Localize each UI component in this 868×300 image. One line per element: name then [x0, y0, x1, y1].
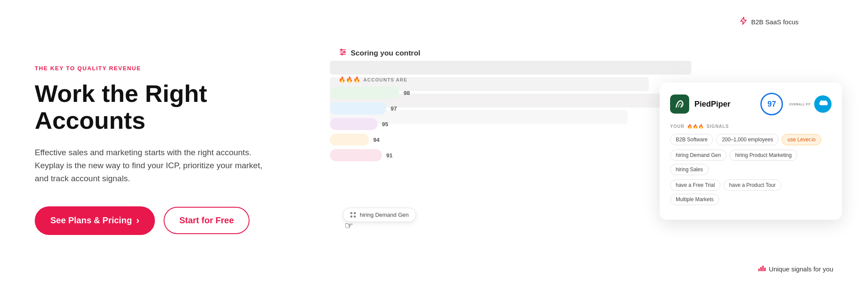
list-item: 98	[330, 87, 477, 99]
card-header: PiedPiper 97 OVERALL FIT	[670, 93, 832, 115]
hiring-dots-icon	[350, 212, 356, 218]
bg-row	[330, 61, 691, 75]
svg-rect-9	[764, 267, 766, 271]
description: Effective sales and marketing starts wit…	[35, 146, 278, 186]
pill	[330, 87, 399, 99]
svg-point-5	[342, 53, 343, 55]
score-circle: 97	[760, 93, 783, 115]
page-wrapper: THE KEY TO QUALITY REVENUE Work the Righ…	[0, 0, 868, 300]
signal-tag: hiring Demand Gen	[670, 150, 727, 161]
signal-tags-row-1: B2B Software 200–1,000 employees use Lev…	[670, 134, 832, 145]
b2b-label: B2B SaaS focus	[751, 18, 799, 26]
hiring-badge-label: hiring Demand Gen	[360, 212, 409, 218]
signals-label: Unique signals for you	[769, 265, 833, 273]
svg-point-4	[344, 51, 345, 52]
scoring-badge: Scoring you control	[339, 48, 421, 59]
start-free-button[interactable]: Start for Free	[164, 207, 250, 234]
signal-tags-row-2: hiring Demand Gen hiring Product Marketi…	[670, 150, 832, 175]
list-item: 94	[330, 134, 477, 146]
svg-rect-6	[758, 269, 760, 271]
signals-section-label: YOUR 🔥🔥🔥 SIGNALS	[670, 124, 832, 129]
account-list: 98 97 95 94 91	[330, 87, 477, 161]
signals-fire: 🔥🔥🔥	[687, 124, 704, 129]
score-number: 97	[767, 100, 776, 108]
svg-point-3	[341, 49, 342, 50]
left-section: THE KEY TO QUALITY REVENUE Work the Righ…	[0, 39, 304, 261]
see-plans-button[interactable]: See Plans & Pricing ›	[35, 206, 155, 235]
hiring-badge: hiring Demand Gen	[343, 208, 416, 222]
company-name-label: PiedPiper	[694, 100, 755, 109]
signal-tag: B2B Software	[670, 134, 713, 145]
headline: Work the Right Accounts	[35, 80, 278, 134]
sliders-icon	[339, 48, 347, 59]
bar-chart-icon	[758, 264, 766, 274]
cursor-icon: ☞	[345, 220, 353, 232]
signal-tag-highlight: use Lever.io	[782, 134, 821, 145]
overall-fit-label: OVERALL FIT	[789, 103, 811, 106]
list-item: 91	[330, 149, 477, 161]
accounts-label: ACCOUNTS ARE	[363, 77, 407, 82]
signal-tag: hiring Product Marketing	[730, 150, 797, 161]
score-row: 97 OVERALL FIT	[760, 93, 832, 115]
svg-rect-7	[760, 267, 762, 271]
fire-icons: 🔥🔥🔥	[339, 76, 361, 83]
list-item: 97	[330, 102, 477, 114]
company-logo	[670, 95, 689, 114]
accounts-header: 🔥🔥🔥 ACCOUNTS ARE	[339, 76, 408, 83]
list-item: 95	[330, 118, 477, 130]
arrow-icon: ›	[136, 215, 139, 226]
pill	[330, 149, 382, 161]
signal-tag: hiring Sales	[670, 164, 709, 175]
signal-tags-row-3: have a Free Trial have a Product Tour Mu…	[670, 179, 832, 205]
pill	[330, 102, 386, 114]
speed-icon	[739, 16, 748, 27]
detail-card: PiedPiper 97 OVERALL FIT	[660, 82, 842, 220]
signal-tag: have a Product Tour	[723, 179, 781, 191]
pill	[330, 118, 378, 130]
cta-row: See Plans & Pricing › Start for Free	[35, 206, 278, 235]
b2b-saas-badge: B2B SaaS focus	[739, 16, 799, 27]
svg-rect-8	[762, 266, 763, 271]
salesforce-icon	[814, 95, 832, 113]
pill	[330, 134, 369, 146]
signal-tag: 200–1,000 employees	[716, 134, 779, 145]
right-section: B2B SaaS focus Scoring you control	[304, 0, 868, 300]
signal-tag: Multiple Markets	[670, 194, 719, 205]
unique-signals-badge: Unique signals for you	[758, 264, 833, 274]
scoring-label: Scoring you control	[351, 49, 421, 58]
signal-tag: have a Free Trial	[670, 179, 720, 191]
eyebrow-label: THE KEY TO QUALITY REVENUE	[35, 65, 278, 72]
ui-demo-area: 🔥🔥🔥 ACCOUNTS ARE 98 97 95	[330, 61, 842, 265]
